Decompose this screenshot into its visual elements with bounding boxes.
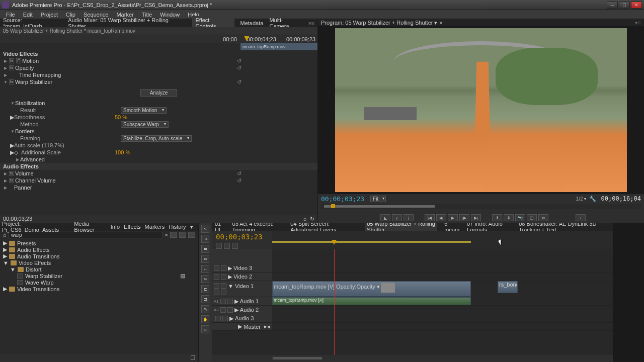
track-video3-label[interactable]: Video 3	[233, 265, 252, 271]
export-frame-button[interactable]: 📷	[515, 214, 525, 221]
motion-toggle-icon[interactable]: ▢	[16, 58, 21, 63]
result-dropdown[interactable]: Smooth Motion	[121, 107, 167, 114]
filter-icon[interactable]	[188, 232, 195, 238]
tab-effects[interactable]: Effects	[124, 224, 140, 230]
rolling-edit-tool-icon[interactable]: ⇔	[201, 255, 209, 263]
keyframe-toggle-icon[interactable]: ◇	[14, 149, 19, 156]
seq-tab[interactable]: 03 Act 4 excerpt: Trimming	[232, 223, 284, 231]
go-to-in-button[interactable]: |◀	[425, 214, 435, 221]
effect-warp-stabilizer[interactable]: Warp Stabilizer	[15, 79, 236, 85]
tree-audio-effects[interactable]: Audio Effects	[17, 247, 50, 253]
safe-margins-button[interactable]: ▢	[527, 214, 537, 221]
extract-button[interactable]: ⬇	[504, 214, 514, 221]
track-audio2-label[interactable]: Audio 2	[240, 307, 259, 313]
tree-video-effects[interactable]: Video Effects	[19, 260, 51, 266]
analyze-button[interactable]: Analyze	[140, 89, 178, 97]
solo-icon[interactable]	[227, 307, 233, 313]
ripple-edit-tool-icon[interactable]: ⇆	[201, 245, 209, 253]
go-to-out-button[interactable]: ▶|	[471, 214, 481, 221]
solo-icon[interactable]	[227, 299, 233, 304]
hand-tool-icon[interactable]: ✋	[201, 315, 209, 323]
reset-icon[interactable]: ↺	[236, 177, 242, 184]
effect-opacity[interactable]: Opacity	[15, 65, 236, 71]
effect-volume[interactable]: Volume	[15, 170, 236, 176]
fx-toggle-icon[interactable]: fx	[9, 171, 14, 176]
effect-channel-volume[interactable]: Channel Volume	[15, 177, 236, 184]
selection-tool-icon[interactable]: ↖	[201, 225, 209, 233]
tab-program[interactable]: Program: 05 Warp Stabilizer + Rolling Sh…	[321, 20, 438, 26]
play-button[interactable]: ▶	[448, 214, 458, 221]
maximize-button[interactable]: □	[619, 2, 630, 9]
seq-tab[interactable]: 07 Intro: Audio Formats	[467, 223, 512, 231]
pen-tool-icon[interactable]: ✎	[201, 305, 209, 313]
tab-history[interactable]: History	[169, 224, 186, 230]
track-video2-label[interactable]: Video 2	[233, 274, 252, 280]
advanced-group[interactable]: Advanced	[20, 156, 317, 162]
reset-icon[interactable]: ↺	[236, 65, 242, 71]
tab-markers[interactable]: Markers	[145, 224, 165, 230]
marker-icon[interactable]	[224, 243, 230, 249]
reset-icon[interactable]: ↺	[236, 79, 242, 85]
solo-icon[interactable]	[222, 316, 228, 321]
add-button[interactable]: +	[576, 214, 586, 221]
audio-clip[interactable]: mcam_topRamp.mov [A]	[272, 297, 471, 305]
fx-toggle-icon[interactable]: fx	[9, 178, 14, 183]
smoothness-value[interactable]: 50 %	[115, 114, 127, 120]
timeline-ruler[interactable]	[272, 231, 613, 249]
mark-clip-button[interactable]: }	[404, 214, 414, 221]
borders-group[interactable]: Borders	[15, 128, 317, 134]
tree-audio-transitions[interactable]: Audio Transitions	[17, 253, 59, 259]
zoom-tool-icon[interactable]: ⌕	[201, 325, 209, 333]
mark-in-button[interactable]: ◣	[380, 214, 390, 221]
mute-icon[interactable]	[220, 299, 226, 304]
mute-icon[interactable]	[215, 316, 221, 321]
seq-tab[interactable]: 01 UI	[215, 223, 225, 231]
slip-tool-icon[interactable]: ⊏	[201, 285, 209, 293]
framing-dropdown[interactable]: Stabilize, Crop, Auto-scale	[121, 135, 192, 142]
zoom-scrollbar[interactable]	[272, 356, 323, 360]
zoom-icon[interactable]: ⌕	[303, 216, 307, 222]
new-bin-icon[interactable]: ▢	[190, 354, 195, 362]
lock-icon[interactable]	[221, 265, 226, 271]
sync-lock-icon[interactable]	[232, 243, 238, 249]
effect-time-remapping[interactable]: Time Remapping	[19, 72, 317, 78]
scrubber[interactable]	[321, 204, 641, 209]
step-back-button[interactable]: ◀|	[436, 214, 446, 221]
tree-video-transitions[interactable]: Video Transitions	[17, 286, 59, 292]
panel-menu-icon[interactable]: ▾≡	[190, 224, 196, 230]
filter-icon[interactable]	[170, 232, 177, 238]
mute-icon[interactable]	[220, 307, 226, 313]
track-master-label[interactable]: Master	[244, 324, 261, 330]
lift-button[interactable]: ⬆	[492, 214, 502, 221]
video-clip-2[interactable]: rs_bonesh	[498, 281, 518, 293]
fx-toggle-icon[interactable]: fx	[9, 58, 14, 63]
panel-menu-icon[interactable]: ▾≡	[635, 20, 641, 26]
track-audio3-label[interactable]: Audio 3	[235, 315, 254, 321]
program-viewer[interactable]	[335, 28, 627, 192]
track-select-tool-icon[interactable]: ⇥	[201, 235, 209, 243]
panel-menu-icon[interactable]: ▾≡	[308, 20, 314, 27]
tab-metadata[interactable]: Metadata	[240, 20, 264, 26]
mark-out-button[interactable]: {	[392, 214, 402, 221]
seq-tab[interactable]: 04 Split Screen: Adjustment Layers	[290, 223, 358, 231]
effect-motion[interactable]: Motion	[22, 58, 236, 64]
settings-icon[interactable]: 🔧	[589, 196, 596, 202]
track-option-icon[interactable]	[214, 290, 219, 295]
video-clip[interactable]: mcam_topRamp.mov [V] Opacity:Opacity ▾	[272, 281, 471, 297]
fit-dropdown[interactable]: Fit	[370, 196, 386, 202]
slide-tool-icon[interactable]: ⊐	[201, 295, 209, 303]
minimize-button[interactable]: ─	[607, 2, 618, 9]
button-editor-button[interactable]: ≫	[538, 214, 548, 221]
eye-icon[interactable]	[214, 283, 219, 289]
tree-distort[interactable]: Distort	[26, 266, 42, 273]
search-input[interactable]	[9, 232, 163, 238]
snap-icon[interactable]	[216, 243, 222, 249]
lock-icon[interactable]	[221, 274, 226, 280]
razor-tool-icon[interactable]: ✂	[201, 275, 209, 283]
method-dropdown[interactable]: Subspace Warp	[121, 121, 169, 128]
filter-icon[interactable]	[179, 232, 186, 238]
scrub-playhead-icon[interactable]	[331, 204, 335, 208]
seq-tab[interactable]: 6 mcam	[444, 223, 460, 231]
reset-icon[interactable]: ↺	[236, 58, 242, 64]
stabilization-group[interactable]: Stabilization	[15, 100, 317, 106]
